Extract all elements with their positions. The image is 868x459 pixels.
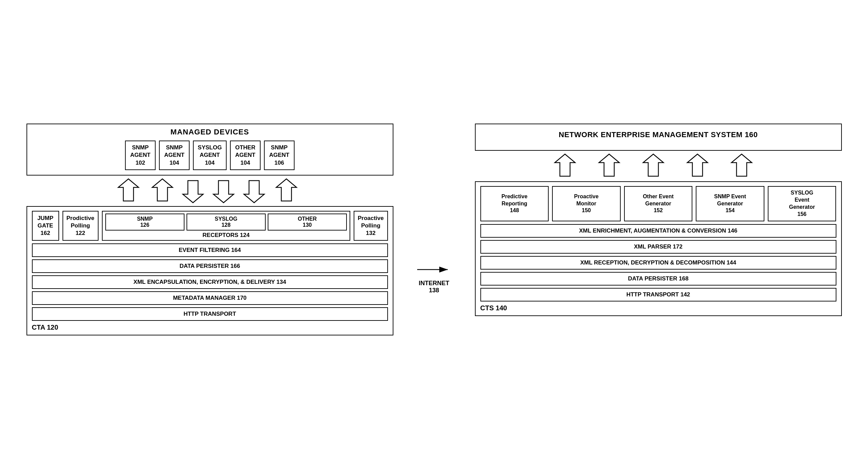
syslog-event-generator-box: SYSLOGEventGenerator156 bbox=[768, 186, 836, 221]
svg-marker-8 bbox=[555, 154, 575, 176]
receptors-label: RECEPTORS 124 bbox=[105, 232, 347, 239]
cta-box: JUMPGATE162 ProdictivePolling122 SNMP126… bbox=[26, 206, 393, 335]
diagram-container: MANAGED DEVICES SNMPAGENT102 SNMPAGENT10… bbox=[26, 124, 842, 335]
agents-row: SNMPAGENT102 SNMPAGENT104 SYSLOGAGENT104… bbox=[33, 141, 387, 170]
receptor-syslog: SYSLOG128 bbox=[187, 214, 266, 231]
right-arrows-svg bbox=[543, 152, 774, 180]
nems-title: NETWORK ENTERPRISE MANAGEMENT SYSTEM 160 bbox=[481, 130, 836, 139]
predictive-polling-box: ProdictivePolling122 bbox=[63, 211, 99, 241]
managed-devices-title: MANAGED DEVICES bbox=[33, 128, 387, 136]
xml-parser-bar: XML PARSER 172 bbox=[480, 240, 836, 254]
svg-marker-10 bbox=[643, 154, 663, 176]
svg-marker-4 bbox=[244, 181, 264, 203]
svg-marker-3 bbox=[213, 181, 234, 203]
cta-label: CTA 120 bbox=[32, 324, 388, 331]
snmp-event-generator-box: SNMP EventGenerator154 bbox=[696, 186, 764, 221]
svg-marker-2 bbox=[183, 181, 203, 203]
svg-marker-12 bbox=[731, 154, 752, 176]
svg-marker-5 bbox=[276, 179, 297, 201]
left-arrows-svg bbox=[105, 177, 315, 204]
jump-gate-box: JUMPGATE162 bbox=[32, 211, 59, 241]
svg-marker-1 bbox=[152, 179, 173, 201]
agent-snmp-106: SNMPAGENT106 bbox=[264, 141, 295, 170]
agent-syslog-104: SYSLOGAGENT104 bbox=[193, 141, 227, 170]
nems-box: NETWORK ENTERPRISE MANAGEMENT SYSTEM 160 bbox=[475, 124, 842, 151]
managed-devices-box: MANAGED DEVICES SNMPAGENT102 SNMPAGENT10… bbox=[26, 124, 393, 175]
proactive-monitor-box: ProactiveMonitor150 bbox=[552, 186, 621, 221]
cts-box: PredictiveReporting148 ProactiveMonitor1… bbox=[475, 181, 842, 316]
metadata-manager-bar: METADATA MANAGER 170 bbox=[32, 291, 388, 305]
http-transport-bar: HTTP TRANSPORT bbox=[32, 307, 388, 321]
svg-marker-9 bbox=[599, 154, 619, 176]
left-arrows-section bbox=[26, 176, 393, 206]
internet-arrow-container: INTERNET138 bbox=[414, 124, 455, 294]
xml-reception-bar: XML RECEPTION, DECRYPTION & DECOMPOSITIO… bbox=[480, 256, 836, 270]
data-persister-bar: DATA PERSISTER 166 bbox=[32, 259, 388, 273]
receptor-snmp: SNMP126 bbox=[105, 214, 184, 231]
http-transport-142-bar: HTTP TRANSPORT 142 bbox=[480, 288, 836, 301]
receptor-other: OTHER130 bbox=[268, 214, 347, 231]
receptors-inner-row: SNMP126 SYSLOG128 OTHER130 bbox=[105, 214, 347, 231]
xml-enrichment-bar: XML ENRICHMENT, AUGMENTATION & CONVERSIO… bbox=[480, 224, 836, 238]
agent-snmp-102: SNMPAGENT102 bbox=[125, 141, 156, 170]
agent-snmp-104: SNMPAGENT104 bbox=[159, 141, 190, 170]
cts-label: CTS 140 bbox=[480, 304, 836, 312]
xml-encapsulation-bar: XML ENCAPSULATION, ENCRYPTION, & DELIVER… bbox=[32, 275, 388, 289]
svg-marker-0 bbox=[118, 179, 139, 201]
proactive-polling-box: ProactivePolling132 bbox=[354, 211, 388, 241]
cta-top-row: JUMPGATE162 ProdictivePolling122 SNMP126… bbox=[32, 211, 388, 241]
internet-label: INTERNET138 bbox=[419, 280, 449, 294]
predictive-reporting-box: PredictiveReporting148 bbox=[480, 186, 549, 221]
internet-arrow-svg bbox=[415, 259, 453, 280]
agent-other-104: OTHERAGENT104 bbox=[230, 141, 261, 170]
receptors-group: SNMP126 SYSLOG128 OTHER130 RECEPTORS 124 bbox=[102, 211, 350, 241]
svg-marker-11 bbox=[687, 154, 708, 176]
cts-top-row: PredictiveReporting148 ProactiveMonitor1… bbox=[480, 186, 836, 221]
event-filtering-bar: EVENT FILTERING 164 bbox=[32, 243, 388, 257]
right-arrows-section bbox=[475, 151, 842, 181]
other-event-generator-box: Other EventGenerator152 bbox=[624, 186, 693, 221]
left-side: MANAGED DEVICES SNMPAGENT102 SNMPAGENT10… bbox=[26, 124, 393, 335]
data-persister-168-bar: DATA PERSISTER 168 bbox=[480, 272, 836, 286]
right-side: NETWORK ENTERPRISE MANAGEMENT SYSTEM 160… bbox=[475, 124, 842, 316]
